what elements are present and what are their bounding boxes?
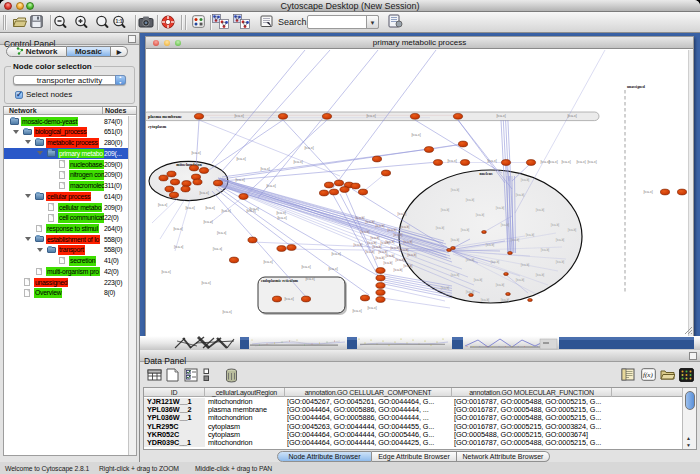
svg-text:[tca-b]: [tca-b] bbox=[551, 223, 560, 227]
svg-text:[tca-b]: [tca-b] bbox=[386, 254, 395, 258]
svg-text:[tca-b]: [tca-b] bbox=[396, 258, 405, 262]
svg-text:[tca-x]: [tca-x] bbox=[304, 146, 313, 150]
svg-text:[tca-b]: [tca-b] bbox=[404, 264, 413, 268]
svg-text:[tca-b]: [tca-b] bbox=[451, 273, 460, 277]
svg-text:[tca-x]: [tca-x] bbox=[199, 191, 208, 195]
svg-text:[tca-b]: [tca-b] bbox=[501, 223, 510, 227]
svg-text:[tca-b]: [tca-b] bbox=[568, 228, 577, 232]
svg-text:[tca-b]: [tca-b] bbox=[486, 243, 495, 247]
svg-text:[tca-x]: [tca-x] bbox=[222, 310, 231, 314]
svg-text:[tca-x]: [tca-x] bbox=[263, 260, 272, 264]
svg-text:[tca-x]: [tca-x] bbox=[301, 265, 310, 269]
svg-text:[tca-x]: [tca-x] bbox=[331, 252, 340, 256]
svg-text:[tca-b]: [tca-b] bbox=[466, 198, 475, 202]
svg-text:[tca-x]: [tca-x] bbox=[328, 267, 337, 271]
svg-text:[tca-x]: [tca-x] bbox=[367, 306, 376, 310]
svg-text:[tca-x]: [tca-x] bbox=[567, 114, 576, 118]
svg-text:[tca-x]: [tca-x] bbox=[352, 309, 361, 313]
svg-text:[tca-x]: [tca-x] bbox=[276, 211, 285, 215]
svg-text:[tca-x]: [tca-x] bbox=[174, 245, 183, 249]
svg-text:[tca-x]: [tca-x] bbox=[277, 216, 286, 220]
svg-text:[tca-b]: [tca-b] bbox=[379, 250, 388, 254]
svg-text:[tca-b]: [tca-b] bbox=[391, 246, 400, 250]
svg-text:[tca-b]: [tca-b] bbox=[408, 253, 417, 257]
svg-text:[tca-b]: [tca-b] bbox=[466, 290, 475, 294]
svg-text:[tca-b]: [tca-b] bbox=[556, 238, 565, 242]
svg-text:[tca-b]: [tca-b] bbox=[441, 286, 450, 290]
svg-text:[tca-b]: [tca-b] bbox=[451, 238, 460, 242]
svg-text:1:1: 1:1 bbox=[115, 18, 122, 24]
svg-text:[tca-b]: [tca-b] bbox=[441, 208, 450, 212]
svg-text:[tca-x]: [tca-x] bbox=[191, 151, 200, 155]
svg-text:[tca-x]: [tca-x] bbox=[201, 281, 210, 285]
svg-text:[tca-b]: [tca-b] bbox=[398, 212, 407, 216]
svg-text:[tca-x]: [tca-x] bbox=[266, 184, 275, 188]
svg-text:mitochondrion: mitochondrion bbox=[176, 162, 202, 167]
svg-text:[tca-b]: [tca-b] bbox=[491, 260, 500, 264]
svg-text:[tca-b]: [tca-b] bbox=[384, 261, 393, 265]
svg-text:[tca-b]: [tca-b] bbox=[361, 230, 370, 234]
svg-text:f(x): f(x) bbox=[643, 371, 653, 379]
svg-text:[tca-x]: [tca-x] bbox=[576, 160, 585, 164]
svg-text:[tca-b]: [tca-b] bbox=[368, 241, 377, 245]
svg-text:[tca-b]: [tca-b] bbox=[404, 240, 413, 244]
svg-text:[tca-x]: [tca-x] bbox=[213, 247, 222, 251]
svg-text:[tca-b]: [tca-b] bbox=[394, 233, 403, 237]
svg-text:[tca-b]: [tca-b] bbox=[474, 278, 483, 282]
svg-text:[tca-b]: [tca-b] bbox=[526, 233, 535, 237]
svg-text:[tca-b]: [tca-b] bbox=[386, 240, 395, 244]
svg-text:[tca-b]: [tca-b] bbox=[461, 228, 470, 232]
svg-text:[tca-x]: [tca-x] bbox=[293, 160, 302, 164]
svg-text:[tca-b]: [tca-b] bbox=[556, 260, 565, 264]
svg-text:[tca-x]: [tca-x] bbox=[305, 277, 314, 281]
svg-text:[tca-b]: [tca-b] bbox=[521, 263, 530, 267]
svg-text:[tca-b]: [tca-b] bbox=[376, 256, 385, 260]
svg-text:[tca-x]: [tca-x] bbox=[284, 297, 293, 301]
svg-text:[tca-x]: [tca-x] bbox=[260, 167, 269, 171]
svg-text:[tca-x]: [tca-x] bbox=[587, 160, 596, 164]
svg-text:[tca-b]: [tca-b] bbox=[481, 298, 490, 302]
svg-text:[tca-b]: [tca-b] bbox=[476, 213, 485, 217]
svg-text:[tca-b]: [tca-b] bbox=[388, 228, 397, 232]
svg-text:[tca-x]: [tca-x] bbox=[173, 227, 182, 231]
svg-text:plasma membrane: plasma membrane bbox=[148, 114, 182, 119]
svg-text:[tca-b]: [tca-b] bbox=[496, 283, 505, 287]
svg-text:[tca-b]: [tca-b] bbox=[400, 248, 409, 252]
svg-text:[tca-b]: [tca-b] bbox=[501, 298, 510, 302]
svg-text:[tca-x]: [tca-x] bbox=[161, 270, 170, 274]
svg-text:[tca-x]: [tca-x] bbox=[235, 178, 244, 182]
svg-text:[tca-b]: [tca-b] bbox=[366, 250, 375, 254]
svg-text:unassigned: unassigned bbox=[627, 85, 646, 89]
svg-text:[tca-x]: [tca-x] bbox=[158, 203, 167, 207]
svg-text:[tca-x]: [tca-x] bbox=[203, 220, 212, 224]
svg-text:[tca-x]: [tca-x] bbox=[366, 114, 375, 118]
svg-text:[tca-b]: [tca-b] bbox=[536, 208, 545, 212]
svg-text:[tca-b]: [tca-b] bbox=[536, 273, 545, 277]
svg-text:[tca-x]: [tca-x] bbox=[561, 160, 570, 164]
svg-text:[tca-b]: [tca-b] bbox=[541, 248, 550, 252]
svg-text:[tca-x]: [tca-x] bbox=[643, 190, 652, 194]
svg-text:[tca-x]: [tca-x] bbox=[548, 160, 557, 164]
svg-text:[tca-x]: [tca-x] bbox=[221, 209, 230, 213]
svg-text:[tca-b]: [tca-b] bbox=[356, 216, 365, 220]
svg-text:[tca-b]: [tca-b] bbox=[401, 225, 410, 229]
svg-text:[tca-b]: [tca-b] bbox=[516, 193, 525, 197]
svg-text:[tca-b]: [tca-b] bbox=[511, 238, 520, 242]
svg-text:[tca-x]: [tca-x] bbox=[236, 157, 245, 161]
svg-text:[tca-b]: [tca-b] bbox=[354, 243, 363, 247]
svg-text:[tca-x]: [tca-x] bbox=[447, 159, 456, 163]
svg-text:cytoplasm: cytoplasm bbox=[148, 124, 167, 129]
svg-text:[tca-b]: [tca-b] bbox=[366, 220, 375, 224]
svg-text:[tca-x]: [tca-x] bbox=[411, 133, 420, 137]
svg-text:[tca-b]: [tca-b] bbox=[496, 206, 505, 210]
svg-text:nucleus: nucleus bbox=[480, 171, 493, 176]
svg-text:[tca-b]: [tca-b] bbox=[376, 224, 385, 228]
svg-text:[tca-x]: [tca-x] bbox=[217, 231, 226, 235]
svg-text:[tca-x]: [tca-x] bbox=[496, 114, 505, 118]
svg-text:[tca-b]: [tca-b] bbox=[371, 236, 380, 240]
svg-text:[tca-b]: [tca-b] bbox=[521, 178, 530, 182]
svg-text:[tca-b]: [tca-b] bbox=[436, 226, 445, 230]
svg-text:[tca-b]: [tca-b] bbox=[451, 188, 460, 192]
svg-text:[tca-b]: [tca-b] bbox=[466, 258, 475, 262]
svg-text:[tca-x]: [tca-x] bbox=[205, 206, 214, 210]
